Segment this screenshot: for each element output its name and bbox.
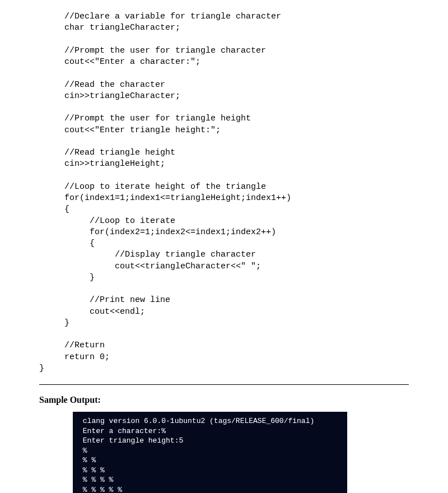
terminal-text: clang version 6.0.0-1ubuntu2 (tags/RELEA… — [78, 417, 314, 493]
code-block: //Declare a variable for triangle charac… — [39, 11, 426, 374]
sample-output-title: Sample Output: — [39, 395, 426, 405]
horizontal-rule — [39, 384, 409, 385]
terminal-output: clang version 6.0.0-1ubuntu2 (tags/RELEA… — [73, 412, 347, 493]
